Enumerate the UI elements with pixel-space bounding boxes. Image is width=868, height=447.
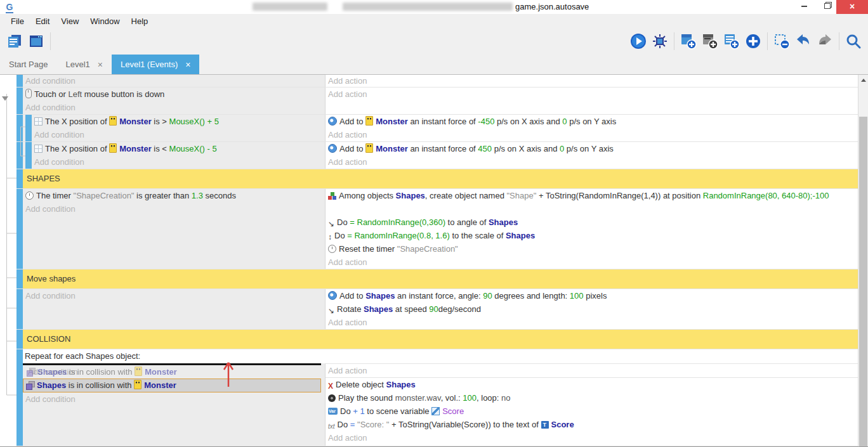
add-subevent-icon[interactable] bbox=[699, 30, 721, 52]
close-button[interactable] bbox=[836, 0, 868, 14]
add-circle-icon[interactable] bbox=[742, 30, 764, 52]
condition-xpos-lt[interactable]: The X position of Monster is < MouseX() … bbox=[32, 142, 325, 155]
condition-collision-ghost: Shapes is in collision with Monster bbox=[24, 365, 177, 379]
condition-timer[interactable]: The timer "ShapeCreation" is greater tha… bbox=[23, 189, 325, 202]
comment-header[interactable]: SHAPES bbox=[23, 169, 858, 188]
menu-view[interactable]: View bbox=[55, 16, 84, 26]
event-bar[interactable] bbox=[16, 142, 23, 169]
close-tab-icon[interactable] bbox=[98, 60, 103, 70]
action-create-object[interactable]: Among objects Shapes, create object name… bbox=[326, 189, 858, 216]
add-action-link[interactable]: Add action bbox=[326, 431, 858, 444]
event-bar[interactable] bbox=[16, 75, 23, 87]
add-action-link[interactable]: Add action bbox=[326, 364, 858, 378]
add-condition-link[interactable]: Add condition bbox=[32, 128, 325, 141]
add-action-link[interactable]: Add action bbox=[326, 316, 858, 329]
restore-button[interactable] bbox=[816, 0, 836, 14]
event-bar[interactable] bbox=[16, 169, 23, 188]
play-icon[interactable] bbox=[628, 30, 649, 52]
add-action-link[interactable]: Add action bbox=[326, 256, 858, 269]
toolbar-separator bbox=[674, 32, 674, 50]
action-play-sound[interactable]: Play the sound monster.wav, vol.: 100, l… bbox=[326, 391, 858, 405]
tab-level1[interactable]: Level1 bbox=[56, 55, 112, 74]
toolbar bbox=[0, 28, 868, 55]
action-update-score-text[interactable]: Do = "Score: " + ToString(Variable(Score… bbox=[326, 418, 858, 431]
tab-bar: Start Page Level1 Level1 (Events) bbox=[0, 55, 868, 75]
monster-icon bbox=[365, 143, 373, 153]
tab-level1-events[interactable]: Level1 (Events) bbox=[112, 55, 200, 74]
action-shapes-force[interactable]: Add to Shapes an instant force, angle: 9… bbox=[326, 289, 858, 302]
timer-icon bbox=[328, 245, 336, 253]
event-foreach-shapes: Repeat for each Shapes object: Add condi… bbox=[16, 349, 858, 446]
event-bar[interactable] bbox=[16, 115, 23, 141]
scene-editor-icon[interactable] bbox=[25, 30, 47, 52]
monster-icon bbox=[109, 143, 117, 153]
add-condition-link[interactable]: Add condition bbox=[32, 155, 325, 169]
monster-icon bbox=[135, 366, 142, 376]
menu-bar: File Edit View Window Help bbox=[0, 14, 868, 28]
action-delete-shapes[interactable]: Delete object Shapes bbox=[326, 378, 858, 391]
tab-start-page[interactable]: Start Page bbox=[0, 55, 56, 74]
action-shapes-rotate[interactable]: Rotate Shapes at speed 90deg/second bbox=[326, 302, 858, 316]
subevent-bar[interactable] bbox=[25, 115, 32, 141]
add-condition-link[interactable]: Add condition bbox=[23, 101, 325, 114]
add-condition-link[interactable]: Add condition bbox=[23, 75, 325, 87]
events-sheet: Add condition Add action Touch or Left m… bbox=[0, 75, 858, 446]
redacted-title-segment bbox=[253, 3, 327, 11]
add-action-link[interactable]: Add action bbox=[326, 155, 858, 169]
create-icon bbox=[328, 192, 336, 200]
add-action-link[interactable]: Add action bbox=[326, 128, 858, 141]
monster-icon bbox=[109, 116, 117, 126]
event-bar[interactable] bbox=[16, 289, 23, 329]
event-bar[interactable] bbox=[16, 189, 23, 269]
scale-icon bbox=[328, 230, 332, 242]
toolbar-separator bbox=[50, 32, 51, 50]
comment-collision: COLLISION bbox=[16, 330, 858, 349]
debug-icon[interactable] bbox=[649, 30, 671, 52]
search-icon[interactable] bbox=[843, 30, 864, 52]
add-condition-link[interactable]: Add condition bbox=[23, 392, 325, 406]
comment-header[interactable]: COLLISION bbox=[23, 330, 858, 349]
minimize-button[interactable] bbox=[793, 0, 815, 14]
add-condition-link[interactable]: Add condition bbox=[23, 202, 325, 216]
condition-touch-or-click[interactable]: Touch or Left mouse button is down bbox=[23, 87, 325, 101]
comment-header[interactable]: Move shapes bbox=[23, 269, 858, 288]
redo-icon[interactable] bbox=[814, 30, 836, 52]
redacted-title-segment bbox=[343, 3, 513, 11]
add-comment-icon[interactable] bbox=[721, 30, 742, 52]
event-touch: Touch or Left mouse button is down Add c… bbox=[16, 87, 858, 115]
add-action-link[interactable]: Add action bbox=[326, 75, 858, 87]
action-force-right[interactable]: Add to Monster an instant force of 450 p… bbox=[326, 142, 858, 155]
condition-collision-selected[interactable]: Shapes is in collision with Monster bbox=[23, 379, 321, 392]
menu-window[interactable]: Window bbox=[84, 16, 125, 26]
foreach-label[interactable]: Repeat for each Shapes object: bbox=[23, 349, 858, 363]
scrollbar-thumb[interactable] bbox=[859, 117, 867, 446]
menu-file[interactable]: File bbox=[5, 16, 30, 26]
close-tab-icon[interactable] bbox=[185, 60, 190, 70]
condition-xpos-gt[interactable]: The X position of Monster is > MouseX() … bbox=[32, 115, 325, 128]
action-force-left[interactable]: Add to Monster an instant force of -450 … bbox=[326, 115, 858, 128]
menu-edit[interactable]: Edit bbox=[30, 16, 55, 26]
add-action-link[interactable]: Add action bbox=[326, 87, 858, 101]
event-bar[interactable] bbox=[16, 330, 23, 349]
undo-icon[interactable] bbox=[792, 30, 814, 52]
action-increment-score[interactable]: Do + 1 to scene variable Score bbox=[326, 405, 858, 418]
event-bar[interactable] bbox=[16, 87, 23, 114]
action-set-angle[interactable]: Do = RandomInRange(0,360) to angle of Sh… bbox=[326, 216, 858, 229]
action-reset-timer[interactable]: Reset the timer "ShapeCreation" bbox=[326, 242, 858, 256]
event-shape-creation: The timer "ShapeCreation" is greater tha… bbox=[16, 189, 858, 269]
action-set-scale[interactable]: Do = RandomInRange(0.8, 1.6) to the scal… bbox=[326, 229, 858, 242]
add-event-icon[interactable] bbox=[678, 30, 699, 52]
remove-event-icon[interactable] bbox=[771, 30, 792, 52]
subevent-bar[interactable] bbox=[25, 142, 32, 169]
menu-help[interactable]: Help bbox=[126, 16, 154, 26]
mouse-icon bbox=[25, 89, 32, 98]
vertical-scrollbar[interactable] bbox=[858, 75, 868, 446]
collision-icon bbox=[27, 368, 35, 376]
event-bar[interactable] bbox=[16, 349, 23, 446]
scene-variable-icon bbox=[431, 407, 440, 415]
add-condition-link[interactable]: Add condition bbox=[23, 289, 325, 302]
event-bar[interactable] bbox=[16, 269, 23, 288]
scroll-up-icon[interactable] bbox=[858, 75, 868, 86]
project-manager-icon[interactable] bbox=[4, 30, 25, 52]
event-empty: Add condition Add action bbox=[16, 75, 858, 87]
